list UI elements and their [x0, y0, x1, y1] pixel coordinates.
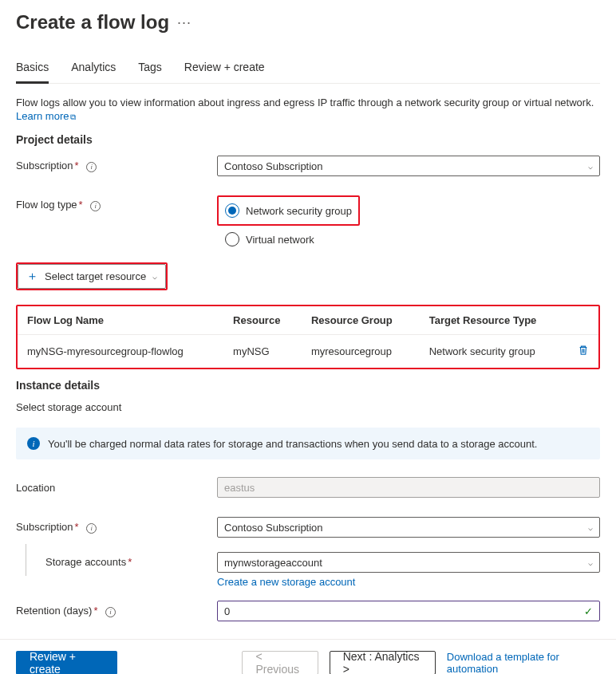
tab-review-create[interactable]: Review + create: [184, 61, 265, 84]
tab-basics[interactable]: Basics: [16, 61, 49, 84]
info-icon[interactable]: i: [90, 201, 101, 211]
retention-label: Retention (days)* i: [16, 605, 217, 617]
storage-accounts-label: Storage accounts*: [45, 556, 132, 568]
page-title: Create a flow log: [16, 11, 169, 34]
chevron-down-icon: ⌵: [588, 523, 593, 532]
create-storage-link[interactable]: Create a new storage account: [217, 576, 355, 588]
download-template-link[interactable]: Download a template for automation: [447, 651, 600, 674]
storage-charge-banner: i You'll be charged normal data rates fo…: [16, 428, 600, 459]
subscription-label: Subscription* i: [16, 160, 217, 172]
next-button[interactable]: Next : Analytics >: [330, 651, 436, 674]
select-target-resource-button[interactable]: ＋ Select target resource ⌵: [18, 264, 166, 289]
target-resource-table: Flow Log Name Resource Resource Group Ta…: [18, 306, 598, 368]
highlight-annotation: ＋ Select target resource ⌵: [16, 262, 168, 290]
tab-tags[interactable]: Tags: [138, 61, 162, 84]
info-icon[interactable]: i: [86, 523, 97, 534]
flow-log-type-label: Flow log type* i: [16, 195, 217, 211]
external-link-icon: ⧉: [70, 112, 76, 122]
chevron-down-icon: ⌵: [152, 272, 157, 281]
info-icon[interactable]: i: [86, 162, 97, 172]
footer-bar: Review + create < Previous Next : Analyt…: [0, 639, 616, 674]
location-label: Location: [16, 482, 217, 494]
location-input: eastus: [217, 477, 600, 498]
more-actions-button[interactable]: ···: [177, 14, 192, 31]
radio-vnet[interactable]: Virtual network: [217, 229, 600, 250]
instance-details-heading: Instance details: [16, 379, 600, 392]
storage-select-label: Select storage account: [16, 401, 600, 413]
highlight-annotation: Flow Log Name Resource Resource Group Ta…: [16, 305, 600, 369]
table-row: myNSG-myresourcegroup-flowlog myNSG myre…: [18, 335, 598, 369]
chevron-down-icon: ⌵: [588, 162, 593, 171]
delete-icon[interactable]: [578, 346, 589, 358]
subscription-select[interactable]: Contoso Subscription ⌵: [217, 156, 600, 176]
project-details-heading: Project details: [16, 133, 600, 146]
info-icon[interactable]: i: [105, 607, 116, 617]
subscription2-label: Subscription* i: [16, 521, 217, 534]
radio-nsg[interactable]: Network security group: [225, 200, 352, 221]
subscription2-select[interactable]: Contoso Subscription ⌵: [217, 517, 600, 538]
learn-more-link[interactable]: Learn more⧉: [16, 110, 76, 122]
tab-bar: Basics Analytics Tags Review + create: [16, 61, 600, 84]
plus-icon: ＋: [26, 269, 38, 284]
chevron-down-icon: ⌵: [588, 558, 593, 567]
info-icon: i: [27, 437, 40, 450]
table-header-row: Flow Log Name Resource Resource Group Ta…: [18, 306, 598, 335]
intro-text: Flow logs allow you to view information …: [16, 97, 600, 108]
check-icon: ✓: [584, 605, 593, 617]
review-create-button[interactable]: Review + create: [16, 651, 117, 674]
tab-analytics[interactable]: Analytics: [71, 61, 116, 84]
highlight-annotation: Network security group: [217, 195, 360, 226]
previous-button: < Previous: [242, 651, 318, 674]
storage-accounts-select[interactable]: mynwstorageaccount ⌵: [217, 552, 600, 573]
retention-input[interactable]: 0 ✓: [217, 601, 600, 621]
